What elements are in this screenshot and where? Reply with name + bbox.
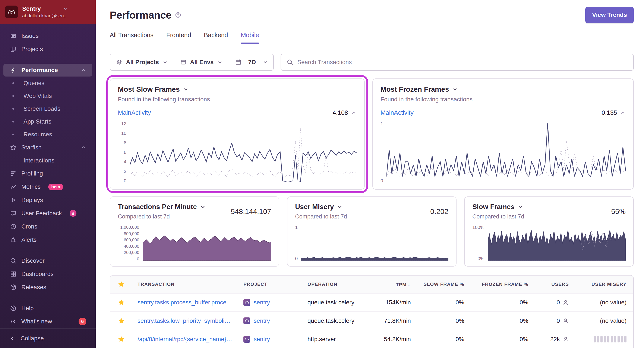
most-frozen-frames-chart xyxy=(386,121,626,183)
sidebar-item-user-feedback[interactable]: User FeedbackB xyxy=(4,207,92,220)
col-transaction[interactable]: Transaction xyxy=(132,281,238,287)
users-cell: 22k xyxy=(535,336,576,343)
profiling-icon xyxy=(10,170,17,177)
metrics-icon xyxy=(10,184,17,190)
view-trends-button[interactable]: View Trends xyxy=(585,7,634,23)
badge-whats-new: 6 xyxy=(78,318,86,325)
table-row[interactable]: sentry.tasks.low_priority_symbolication.… xyxy=(110,312,633,330)
most-frozen-frames-card: Most Frozen Frames Found in the followin… xyxy=(372,78,634,190)
table-row[interactable]: /api/0/internal/rpc/{service_name}/{me… … xyxy=(110,330,633,348)
tpm-title[interactable]: Transactions Per Minute xyxy=(118,203,206,211)
user-misery-bar xyxy=(576,336,633,342)
filter-bar: All Projects All Envs xyxy=(110,54,634,71)
users-cell: 0 xyxy=(535,299,576,306)
chevron-down-icon xyxy=(452,86,458,92)
tab-all-transactions[interactable]: All Transactions xyxy=(110,32,154,44)
starfish-icon xyxy=(10,144,17,151)
transaction-link[interactable]: /api/0/internal/rpc/{service_name}/{me… xyxy=(138,336,233,343)
sidebar-item-profiling[interactable]: Profiling xyxy=(4,167,92,180)
sidebar-item-performance[interactable]: Performance xyxy=(4,64,92,77)
chevron-down-icon xyxy=(162,59,168,65)
sidebar-item-projects[interactable]: Projects xyxy=(4,43,92,56)
sidebar-item-replays[interactable]: Replays xyxy=(4,194,92,207)
star-icon[interactable] xyxy=(110,335,132,343)
sidebar-item-resources[interactable]: Resources xyxy=(4,128,92,141)
sidebar-item-issues[interactable]: Issues xyxy=(4,30,92,42)
sidebar-item-dashboards[interactable]: Dashboards xyxy=(4,268,92,280)
sidebar-item-screen-loads[interactable]: Screen Loads xyxy=(4,103,92,115)
sidebar-item-starfish[interactable]: Starfish xyxy=(4,141,92,154)
transaction-link[interactable]: MainActivity xyxy=(380,109,414,116)
star-icon[interactable] xyxy=(110,299,132,306)
user-icon xyxy=(562,299,569,306)
question-circle-icon[interactable] xyxy=(175,12,181,18)
bullet-dot xyxy=(12,134,14,135)
transaction-link[interactable]: sentry.tasks.low_priority_symbolication.… xyxy=(138,317,233,324)
users-cell: 0 xyxy=(535,317,576,324)
col-user-misery[interactable]: User Misery xyxy=(576,281,633,287)
sidebar-item-whats-new[interactable]: What's new6 xyxy=(4,315,92,328)
project-platform-icon xyxy=(244,299,250,306)
star-icon xyxy=(110,281,132,288)
transaction-link[interactable]: MainActivity xyxy=(118,109,151,116)
col-slow-frame[interactable]: Slow Frame % xyxy=(418,281,471,287)
projects-filter-button[interactable]: All Projects xyxy=(110,54,174,71)
help-icon xyxy=(10,305,17,312)
col-frozen-frame[interactable]: Frozen Frame % xyxy=(471,281,535,287)
user-misery-cell: (no value) xyxy=(576,299,633,306)
sidebar-item-crons[interactable]: Crons xyxy=(4,220,92,233)
sidebar-item-web-vitals[interactable]: Web Vitals xyxy=(4,90,92,102)
most-slow-frames-title[interactable]: Most Slow Frames xyxy=(118,85,356,93)
sentry-logo-icon xyxy=(5,6,18,18)
user-misery-title[interactable]: User Misery xyxy=(295,203,347,211)
project-link[interactable]: sentry xyxy=(254,317,270,324)
tpm-value: 548,144.107 xyxy=(226,207,271,216)
col-tpm[interactable]: TPM↓ xyxy=(373,281,418,288)
card-subtitle: Compared to last 7d xyxy=(472,213,524,220)
y-axis-labels: 100%0% xyxy=(472,225,488,261)
col-operation[interactable]: Operation xyxy=(302,281,373,287)
projects-icon xyxy=(10,46,17,53)
environments-filter-button[interactable]: All Envs xyxy=(174,54,229,71)
most-frozen-frames-title[interactable]: Most Frozen Frames xyxy=(380,85,626,93)
y-axis-labels: 121086420 xyxy=(118,121,130,183)
org-switcher[interactable]: Sentry abdullah.khan@sen... xyxy=(0,0,96,24)
slow-frames-card: Slow Frames Compared to last 7d 55% 100%… xyxy=(464,197,634,267)
date-range-button[interactable]: 7D xyxy=(229,54,274,71)
sidebar-item-releases[interactable]: Releases xyxy=(4,281,92,294)
project-link[interactable]: sentry xyxy=(254,299,270,306)
star-icon[interactable] xyxy=(110,317,132,324)
sidebar-collapse-button[interactable]: Collapse xyxy=(0,328,96,348)
bullet-dot xyxy=(12,121,14,122)
sidebar-item-app-starts[interactable]: App Starts xyxy=(4,115,92,128)
project-platform-icon xyxy=(244,336,250,343)
org-name: Sentry xyxy=(22,5,41,12)
slow-frames-title[interactable]: Slow Frames xyxy=(472,203,524,211)
badge-user-feedback: B xyxy=(70,210,76,217)
chevron-up-icon[interactable] xyxy=(620,110,626,116)
sidebar-nav: IssuesProjectsPerformanceQueriesWeb Vita… xyxy=(0,24,96,328)
window-icon xyxy=(180,59,186,65)
project-link[interactable]: sentry xyxy=(254,336,270,343)
col-users[interactable]: Users xyxy=(535,281,576,287)
sidebar-item-alerts[interactable]: Alerts xyxy=(4,233,92,246)
chevron-up-icon[interactable] xyxy=(351,110,356,116)
card-subtitle: Compared to last 7d xyxy=(295,213,347,220)
sidebar-item-metrics[interactable]: Metricsbeta xyxy=(4,181,92,193)
sidebar-item-interactions[interactable]: Interactions xyxy=(4,154,92,167)
dashboards-icon xyxy=(10,271,17,277)
sidebar-item-help[interactable]: Help xyxy=(4,302,92,315)
tpm-cell: 71.8K/min xyxy=(373,317,418,324)
chevron-down-icon xyxy=(217,59,223,65)
col-project[interactable]: Project xyxy=(238,281,302,287)
table-row[interactable]: sentry.tasks.process_buffer.process_incr… xyxy=(110,293,633,312)
tab-mobile[interactable]: Mobile xyxy=(241,32,259,44)
sidebar-item-queries[interactable]: Queries xyxy=(4,77,92,89)
operation-cell: http.server xyxy=(302,336,373,343)
transaction-link[interactable]: sentry.tasks.process_buffer.process_incr xyxy=(138,299,233,306)
sidebar: Sentry abdullah.khan@sen... IssuesProjec… xyxy=(0,0,96,348)
search-input[interactable] xyxy=(297,59,628,66)
tab-backend[interactable]: Backend xyxy=(204,32,228,44)
tab-frontend[interactable]: Frontend xyxy=(166,32,191,44)
sidebar-item-discover[interactable]: Discover xyxy=(4,254,92,267)
